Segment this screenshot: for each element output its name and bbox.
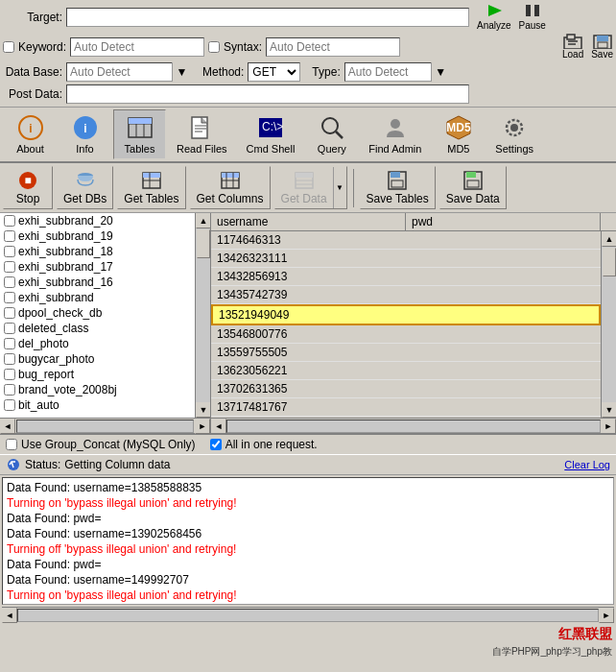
save-tables-button[interactable]: Save Tables <box>360 166 436 209</box>
tree-item[interactable]: exhi_subbrand <box>0 290 195 305</box>
cell-pwd <box>406 268 601 285</box>
table-row[interactable]: 13426323111 <box>211 250 601 268</box>
svg-rect-45 <box>296 173 313 178</box>
scroll-down-button[interactable]: ▼ <box>196 402 210 418</box>
table-row[interactable]: 13702631365 <box>211 380 601 398</box>
nav-query[interactable]: Query <box>305 109 358 159</box>
cell-pwd <box>406 306 599 324</box>
tree-checkbox[interactable] <box>4 399 15 411</box>
log-line: Data Found: username=13902568456 <box>7 526 609 541</box>
col-pwd: pwd <box>406 213 601 230</box>
get-data-dropdown-button[interactable]: ▼ <box>333 167 346 208</box>
scroll-up-button[interactable]: ▲ <box>196 213 210 228</box>
stop-button[interactable]: ■ Stop <box>3 166 53 209</box>
table-row[interactable]: 13521949049 <box>211 304 601 325</box>
tree-item[interactable]: exhi_subbrand_20 <box>0 213 195 228</box>
target-input[interactable]: http://3g.sina.com.cn/3g/site/proc/photo… <box>66 8 469 27</box>
tree-checkbox[interactable] <box>4 292 15 303</box>
scroll-thumb[interactable] <box>197 229 210 258</box>
tree-checkbox[interactable] <box>4 276 15 288</box>
tree-checkbox[interactable] <box>4 323 15 334</box>
settings-icon <box>501 114 528 141</box>
table-row[interactable]: 13623056221 <box>211 362 601 380</box>
read-files-icon <box>188 114 215 141</box>
right-hscroll-left[interactable]: ◄ <box>211 419 226 434</box>
tree-checkbox[interactable] <box>4 307 15 319</box>
nav-tables[interactable]: Tables <box>113 109 166 159</box>
log-hscroll-right[interactable]: ► <box>599 608 614 623</box>
nav-read-files[interactable]: Read Files <box>168 109 236 159</box>
tree-item[interactable]: deleted_class <box>0 321 195 336</box>
target-label: Target: <box>3 11 62 24</box>
log-line: Data Found: username=149992707 <box>7 572 609 588</box>
tree-list: exhi_subbrand_20exhi_subbrand_19exhi_sub… <box>0 213 195 418</box>
tree-item[interactable]: bit_auto <box>0 397 195 413</box>
postdata-input[interactable] <box>66 84 469 104</box>
tree-item[interactable]: del_photo <box>0 336 195 351</box>
get-tables-button[interactable]: Get Tables <box>117 166 185 209</box>
all-in-one-checkbox[interactable] <box>210 439 222 450</box>
tree-item[interactable]: exhi_subbrand_18 <box>0 244 195 259</box>
get-dbs-button[interactable]: Get DBs <box>57 166 113 209</box>
keyword-input[interactable] <box>70 37 204 57</box>
right-panel: username pwd 117464631313426323111134328… <box>211 213 616 433</box>
tree-checkbox[interactable] <box>4 384 15 396</box>
left-hscroll-right[interactable]: ► <box>195 419 210 434</box>
get-columns-button[interactable]: Get Columns <box>190 166 271 209</box>
group-concat-checkbox[interactable] <box>6 439 17 450</box>
nav-find-admin[interactable]: Find Admin <box>360 109 430 159</box>
tree-checkbox[interactable] <box>4 338 15 349</box>
about-icon: i <box>17 114 44 141</box>
table-row[interactable]: 13546800776 <box>211 325 601 344</box>
table-row[interactable]: 13717481767 <box>211 398 601 417</box>
nav-cmd-shell[interactable]: C:\> Cmd Shell <box>238 109 304 159</box>
tree-item[interactable]: bug_report <box>0 367 195 382</box>
cmd-shell-icon: C:\> <box>257 114 284 141</box>
tree-item[interactable]: brand_vote_2008bj <box>0 382 195 397</box>
svg-text:i: i <box>29 122 32 135</box>
save-button[interactable]: Save <box>591 49 613 60</box>
right-scroll-up[interactable]: ▲ <box>602 231 616 247</box>
left-hscroll-left[interactable]: ◄ <box>0 419 15 434</box>
nav-info[interactable]: i Info <box>59 109 111 159</box>
tree-checkbox[interactable] <box>4 215 15 227</box>
tree-checkbox[interactable] <box>4 261 15 273</box>
tree-item[interactable]: bugycar_photo <box>0 351 195 367</box>
nav-about-label: About <box>16 143 44 155</box>
get-data-button[interactable]: Get Data <box>275 167 333 208</box>
method-select[interactable]: GET POST <box>248 62 300 82</box>
save-data-button[interactable]: Save Data <box>439 166 507 209</box>
tree-item[interactable]: exhi_subbrand_17 <box>0 259 195 275</box>
type-input[interactable] <box>344 62 450 82</box>
target-row: Target: http://3g.sina.com.cn/3g/site/pr… <box>3 3 613 31</box>
nav-settings[interactable]: Settings <box>486 109 542 159</box>
bottom-section: Data Found: username=13858588835Turning … <box>0 475 616 624</box>
right-scroll-thumb[interactable] <box>603 248 616 276</box>
tree-item[interactable]: exhi_subbrand_16 <box>0 275 195 290</box>
table-row[interactable]: 1174646313 <box>211 231 601 250</box>
nav-md5[interactable]: MD5 MD5 <box>432 109 485 159</box>
table-row[interactable]: 13559755505 <box>211 344 601 362</box>
table-row[interactable]: 13435742739 <box>211 286 601 304</box>
nav-about[interactable]: i About <box>4 109 57 159</box>
tree-checkbox[interactable] <box>4 246 15 257</box>
cell-username: 13521949049 <box>213 306 406 324</box>
tree-checkbox[interactable] <box>4 353 15 365</box>
keyword-checkbox[interactable] <box>3 41 14 53</box>
right-scroll-down[interactable]: ▼ <box>602 402 616 418</box>
pause-button[interactable]: Pause <box>519 20 546 31</box>
tree-item[interactable]: dpool_check_db <box>0 305 195 321</box>
tree-item[interactable]: exhi_subbrand_19 <box>0 228 195 244</box>
tree-checkbox[interactable] <box>4 230 15 242</box>
right-hscroll-right[interactable]: ► <box>601 419 616 434</box>
tree-checkbox[interactable] <box>4 369 15 380</box>
syntax-input[interactable] <box>266 37 400 57</box>
nav-query-label: Query <box>318 143 346 155</box>
syntax-checkbox[interactable] <box>208 41 220 53</box>
log-hscroll-left[interactable]: ◄ <box>2 608 17 623</box>
load-button[interactable]: Load <box>562 49 583 60</box>
log-area[interactable]: Data Found: username=13858588835Turning … <box>2 477 614 605</box>
clear-log-link[interactable]: Clear Log <box>564 459 610 470</box>
table-row[interactable]: 13432856913 <box>211 268 601 286</box>
analyze-button[interactable]: Analyze <box>477 20 511 31</box>
